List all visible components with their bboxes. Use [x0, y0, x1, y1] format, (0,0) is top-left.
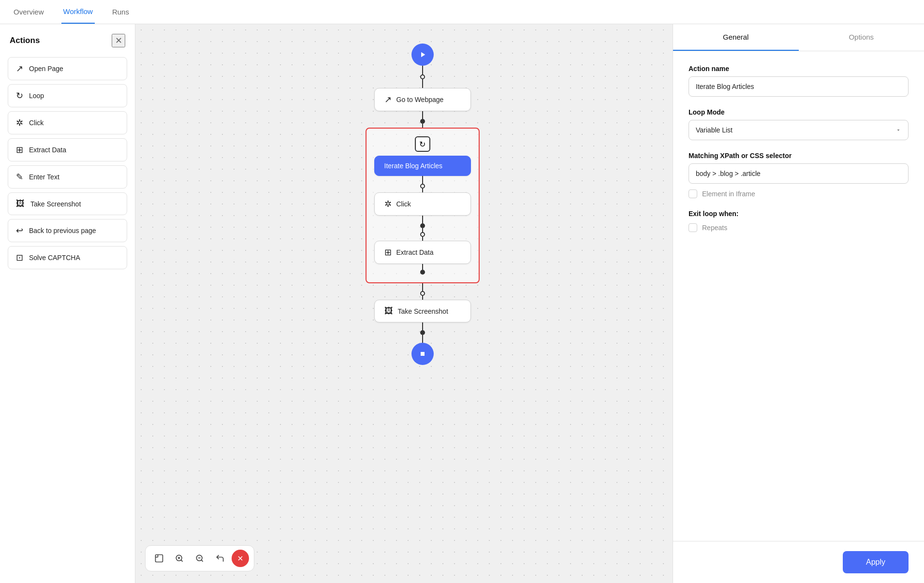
canvas-toolbar: [145, 545, 254, 571]
action-name-input[interactable]: [689, 76, 909, 97]
node-iterate-blog-articles[interactable]: Iterate Blog Articles: [374, 156, 471, 176]
node-take-screenshot[interactable]: 🖼 Take Screenshot: [374, 300, 471, 322]
stop-button[interactable]: [411, 343, 434, 365]
exit-loop-label: Exit loop when:: [689, 210, 909, 218]
nav-runs[interactable]: Runs: [110, 0, 131, 24]
xpath-group: Matching XPath or CSS selector Element i…: [689, 152, 909, 198]
nav-workflow[interactable]: Workflow: [61, 0, 95, 24]
connector-line: [422, 66, 423, 74]
exit-loop-group: Exit loop when: Repeats: [689, 210, 909, 232]
connector-dot: [420, 74, 425, 79]
undo-button[interactable]: [211, 550, 229, 567]
main-layout: Actions ✕ ↗ Open Page ↻ Loop ✲ Click ⊞ E…: [0, 24, 924, 583]
sidebar-item-loop[interactable]: ↻ Loop: [8, 84, 127, 107]
sidebar-item-loop-label: Loop: [29, 92, 44, 100]
iframe-label: Element in Iframe: [702, 190, 755, 198]
repeats-label: Repeats: [702, 224, 727, 232]
panel-footer: Apply: [673, 541, 924, 583]
sidebar-item-open-page[interactable]: ↗ Open Page: [8, 57, 127, 80]
loop-mode-select[interactable]: Variable List Fixed Count CSS Selector: [689, 120, 909, 140]
nav-overview[interactable]: Overview: [12, 0, 46, 24]
loop-start-icon: ↻: [415, 136, 430, 152]
sidebar-item-back-to-previous[interactable]: ↩ Back to previous page: [8, 219, 127, 242]
action-name-label: Action name: [689, 65, 909, 73]
svg-line-10: [201, 560, 203, 562]
repeats-checkbox-row: Repeats: [689, 223, 909, 232]
crop-icon-button[interactable]: [150, 550, 168, 567]
iframe-checkbox-row: Element in Iframe: [689, 189, 909, 198]
sidebar-item-click-label: Click: [29, 119, 44, 127]
node-go-to-webpage[interactable]: ↗ Go to Webpage: [374, 88, 471, 111]
workflow-diagram: ↗ Go to Webpage ↻ Iterate Blog Articles: [366, 44, 480, 365]
node-click-label: Click: [396, 200, 411, 208]
tab-options[interactable]: Options: [799, 24, 924, 51]
sidebar-item-click[interactable]: ✲ Click: [8, 111, 127, 134]
node-go-to-webpage-label: Go to Webpage: [396, 96, 444, 103]
enter-text-icon: ✎: [16, 172, 23, 182]
svg-rect-1: [421, 352, 425, 356]
start-button[interactable]: [411, 44, 434, 66]
sidebar-item-open-page-label: Open Page: [29, 65, 63, 73]
right-panel: General Options Action name Loop Mode Va…: [673, 24, 924, 583]
sidebar-item-extract-data-label: Extract Data: [29, 146, 66, 154]
node-extract-data-label: Extract Data: [396, 248, 434, 256]
sidebar: Actions ✕ ↗ Open Page ↻ Loop ✲ Click ⊞ E…: [0, 24, 135, 583]
svg-line-6: [181, 560, 183, 562]
repeats-checkbox[interactable]: [689, 223, 697, 232]
zoom-out-button[interactable]: [191, 550, 208, 567]
apply-button[interactable]: Apply: [843, 551, 909, 573]
sidebar-header: Actions ✕: [0, 24, 135, 53]
svg-marker-0: [421, 52, 425, 58]
iterate-label: Iterate Blog Articles: [384, 162, 443, 170]
node-take-screenshot-label: Take Screenshot: [398, 307, 448, 315]
back-icon: ↩: [16, 225, 23, 236]
delete-button[interactable]: [232, 550, 249, 567]
node-click[interactable]: ✲ Click: [374, 192, 471, 216]
loop-mode-group: Loop Mode Variable List Fixed Count CSS …: [689, 108, 909, 140]
loop-container[interactable]: ↻ Iterate Blog Articles ✲ Click: [366, 128, 480, 283]
panel-content: Action name Loop Mode Variable List Fixe…: [673, 51, 924, 541]
open-page-icon: ↗: [16, 63, 23, 74]
xpath-input[interactable]: [689, 163, 909, 184]
canvas-area[interactable]: ↗ Go to Webpage ↻ Iterate Blog Articles: [135, 24, 673, 583]
xpath-label: Matching XPath or CSS selector: [689, 152, 909, 160]
sidebar-list: ↗ Open Page ↻ Loop ✲ Click ⊞ Extract Dat…: [0, 53, 135, 583]
tab-general[interactable]: General: [673, 24, 799, 51]
sidebar-item-extract-data[interactable]: ⊞ Extract Data: [8, 138, 127, 161]
zoom-in-button[interactable]: [171, 550, 188, 567]
sidebar-item-back-label: Back to previous page: [29, 227, 96, 234]
sidebar-title: Actions: [10, 36, 40, 45]
sidebar-item-take-screenshot-label: Take Screenshot: [30, 200, 81, 208]
screenshot-node-icon: 🖼: [384, 306, 393, 316]
iframe-checkbox[interactable]: [689, 189, 697, 198]
sidebar-item-enter-text[interactable]: ✎ Enter Text: [8, 165, 127, 189]
webpage-icon: ↗: [384, 94, 392, 105]
extract-data-icon: ⊞: [16, 145, 23, 155]
svg-rect-2: [156, 555, 163, 562]
extract-data-node-icon: ⊞: [384, 247, 392, 258]
close-sidebar-button[interactable]: ✕: [112, 34, 125, 47]
sidebar-item-take-screenshot[interactable]: 🖼 Take Screenshot: [8, 192, 127, 215]
loop-mode-label: Loop Mode: [689, 108, 909, 116]
panel-tabs: General Options: [673, 24, 924, 51]
top-nav: Overview Workflow Runs: [0, 0, 924, 24]
node-extract-data[interactable]: ⊞ Extract Data: [374, 241, 471, 264]
captcha-icon: ⊡: [16, 252, 23, 263]
loop-icon: ↻: [16, 90, 23, 101]
sidebar-item-captcha-label: Solve CAPTCHA: [29, 254, 80, 262]
take-screenshot-icon: 🖼: [16, 199, 25, 209]
click-node-icon: ✲: [384, 199, 392, 209]
connector-line: [422, 79, 423, 88]
sidebar-item-solve-captcha[interactable]: ⊡ Solve CAPTCHA: [8, 246, 127, 269]
action-name-group: Action name: [689, 65, 909, 97]
click-icon: ✲: [16, 117, 23, 128]
sidebar-item-enter-text-label: Enter Text: [29, 173, 59, 181]
